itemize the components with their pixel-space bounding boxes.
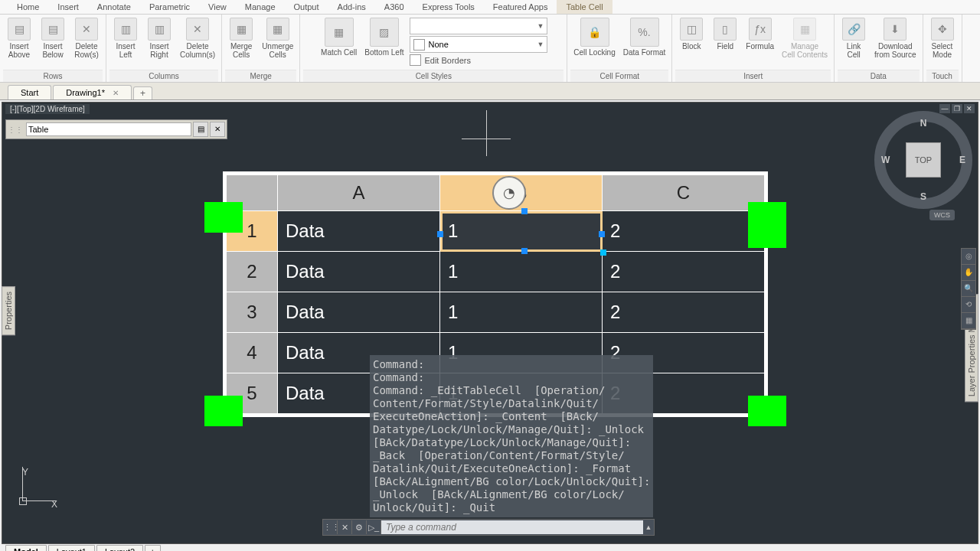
panel-title-merge: Merge (225, 70, 296, 82)
tab-output[interactable]: Output (285, 0, 328, 14)
ribbon-tab-strip: Home Insert Annotate Parametric View Man… (0, 0, 980, 15)
viewport-label[interactable]: [-][Top][2D Wireframe] (5, 104, 90, 114)
cell-grip[interactable] (521, 208, 528, 214)
tab-table-cell[interactable]: Table Cell (557, 0, 612, 14)
viewcube[interactable]: TOP N S E W (881, 118, 965, 202)
properties-panel-tab[interactable]: Properties (2, 286, 15, 335)
cell-b1[interactable]: 1 (440, 211, 603, 252)
doc-tab-start[interactable]: Start (8, 85, 51, 99)
col-header-a[interactable]: A (278, 175, 440, 211)
alignment-button[interactable]: ▨Bottom Left (361, 16, 407, 58)
insert-field-button[interactable]: ▯Field (709, 16, 741, 52)
tab-home[interactable]: Home (8, 0, 48, 14)
panel-touch: ✥Select Mode Touch (923, 15, 962, 82)
grip-handle[interactable] (204, 202, 243, 233)
cell-locking-button[interactable]: 🔒Cell Locking (570, 16, 618, 58)
cell-c3[interactable]: 2 (603, 292, 765, 333)
steering-wheel-icon[interactable]: ◎ (962, 249, 975, 265)
ucs-y-label: Y (22, 467, 28, 478)
insert-above-icon: ▤ (8, 18, 31, 41)
data-format-button[interactable]: %.Data Format (620, 16, 669, 58)
tab-annotate[interactable]: Annotate (88, 0, 140, 14)
cell-grip[interactable] (599, 231, 605, 237)
minimize-button[interactable]: — (939, 104, 950, 113)
insert-row-above-button[interactable]: ▤Insert Above (3, 16, 35, 60)
link-cell-button[interactable]: 🔗Link Cell (838, 16, 870, 60)
restore-button[interactable]: ❐ (952, 104, 962, 113)
quick-select-palette[interactable]: ⋮⋮ ▤ ✕ (5, 119, 227, 139)
cell-b3[interactable]: 1 (440, 292, 603, 333)
close-palette-icon[interactable]: ✕ (210, 122, 225, 137)
customize-icon[interactable]: ⚙ (352, 520, 367, 534)
panel-title-touch: Touch (926, 70, 959, 82)
panel-cell-styles: ▦Match Cell ▨Bottom Left ▼ None▼ Edit Bo… (300, 15, 567, 82)
wcs-badge[interactable]: WCS (929, 210, 955, 220)
expand-history-icon[interactable]: ▲ (643, 523, 654, 531)
close-viewport-button[interactable]: ✕ (964, 104, 975, 113)
row-header-2[interactable]: 2 (227, 252, 278, 292)
insert-col-left-button[interactable]: ▥Insert Left (109, 16, 142, 60)
tab-manage[interactable]: Manage (236, 0, 285, 14)
insert-row-below-button[interactable]: ▤Insert Below (37, 16, 69, 60)
drawing-canvas[interactable]: [-][Top][2D Wireframe] — ❐ ✕ ⋮⋮ ▤ ✕ Prop… (2, 102, 978, 544)
orbit-icon[interactable]: ⟲ (962, 297, 975, 313)
layout-tab-layout2[interactable]: Layout2 (96, 545, 143, 551)
delete-cols-button[interactable]: ✕Delete Column(s) (177, 16, 218, 60)
pan-icon[interactable]: ✋ (962, 265, 975, 281)
unmerge-icon: ▦ (266, 18, 289, 41)
doc-tab-drawing1[interactable]: Drawing1*✕ (53, 85, 132, 99)
row-header-4[interactable]: 4 (227, 333, 278, 373)
cell-c1[interactable]: 2 (603, 211, 765, 252)
cell-a1[interactable]: Data (278, 211, 440, 252)
cell-a2[interactable]: Data (278, 252, 440, 292)
quick-select-icon[interactable]: ▤ (193, 122, 208, 137)
close-cmdline-icon[interactable]: ✕ (338, 520, 352, 534)
showmotion-icon[interactable]: ▦ (962, 313, 975, 329)
new-doc-button[interactable]: + (133, 86, 152, 99)
layout-tab-model[interactable]: Model (5, 545, 47, 551)
row-header-3[interactable]: 3 (227, 292, 278, 333)
download-from-source-button[interactable]: ⬇Download from Source (871, 16, 919, 60)
tab-insert[interactable]: Insert (48, 0, 88, 14)
command-line[interactable]: ⋮⋮ ✕ ⚙ ▷_ ▲ (322, 519, 655, 536)
grip-icon[interactable]: ⋮⋮ (8, 126, 23, 134)
tab-featured-apps[interactable]: Featured Apps (484, 0, 557, 14)
autofill-grip[interactable] (600, 249, 606, 256)
grip-handle[interactable] (748, 396, 786, 426)
grip-handle[interactable] (748, 202, 786, 248)
grip-handle[interactable] (204, 396, 243, 426)
unmerge-cells-button[interactable]: ▦Unmerge Cells (259, 16, 296, 60)
tab-a360[interactable]: A360 (375, 0, 413, 14)
grip-icon[interactable]: ⋮⋮ (323, 520, 338, 534)
panel-title-data: Data (838, 70, 919, 82)
background-fill-combo[interactable]: None▼ (410, 36, 547, 53)
cell-b2[interactable]: 1 (440, 252, 603, 292)
tab-express-tools[interactable]: Express Tools (413, 0, 484, 14)
insert-col-right-button[interactable]: ▥Insert Right (143, 16, 175, 60)
zoom-icon[interactable]: 🔍 (962, 281, 975, 297)
add-layout-button[interactable]: + (145, 545, 160, 551)
cell-grip[interactable] (437, 231, 443, 237)
cell-style-combo[interactable]: ▼ (410, 18, 547, 34)
tab-parametric[interactable]: Parametric (140, 0, 199, 14)
command-input[interactable] (381, 520, 643, 534)
close-icon[interactable]: ✕ (113, 89, 119, 97)
navigation-bar[interactable]: ◎ ✋ 🔍 ⟲ ▦ (961, 248, 976, 330)
viewcube-top-face[interactable]: TOP (906, 142, 941, 178)
edit-borders-button[interactable]: Edit Borders (410, 54, 547, 66)
cell-c2[interactable]: 2 (603, 252, 765, 292)
tab-view[interactable]: View (199, 0, 236, 14)
cell-grip[interactable] (521, 248, 528, 254)
merge-cells-button[interactable]: ▦Merge Cells (225, 16, 257, 60)
delete-rows-button[interactable]: ✕Delete Row(s) (70, 16, 103, 60)
object-type-input[interactable] (26, 122, 191, 136)
match-cell-button[interactable]: ▦Match Cell (318, 16, 360, 58)
select-mode-button[interactable]: ✥Select Mode (926, 16, 959, 60)
insert-formula-button[interactable]: ƒxFormula (743, 16, 777, 52)
tab-addins[interactable]: Add-ins (328, 0, 375, 14)
manage-cell-contents-button[interactable]: ▦Manage Cell Contents (779, 16, 831, 60)
col-header-c[interactable]: C (603, 175, 765, 211)
layout-tab-layout1[interactable]: Layout1 (48, 545, 95, 551)
insert-block-button[interactable]: ◫Block (675, 16, 707, 52)
cell-a3[interactable]: Data (278, 292, 440, 333)
